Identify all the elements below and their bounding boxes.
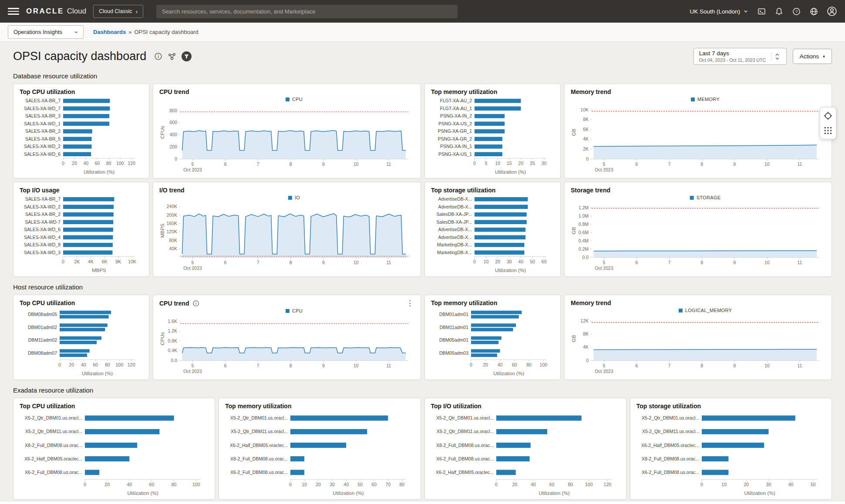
- console-icon[interactable]: [757, 7, 766, 16]
- svg-text:600: 600: [169, 120, 177, 125]
- svg-text:0.2M: 0.2M: [579, 246, 589, 252]
- card-title: Top storage utilization: [636, 403, 701, 410]
- svg-text:X5-2_Qtr_DBM11.us.oracl...: X5-2_Qtr_DBM11.us.oracl...: [436, 429, 493, 434]
- svg-text:SalesDB-XA-JP...: SalesDB-XA-JP...: [436, 212, 472, 217]
- svg-text:40: 40: [81, 362, 86, 367]
- svg-text:CPU: CPU: [292, 308, 303, 313]
- breadcrumb-dashboards-link[interactable]: Dashboards: [93, 29, 126, 35]
- svg-text:Utilization (%): Utilization (%): [495, 268, 526, 273]
- svg-text:Utilization (%): Utilization (%): [495, 169, 526, 175]
- svg-text:11: 11: [387, 363, 391, 368]
- svg-text:0: 0: [700, 482, 703, 487]
- database-row-1: Top CPU utilization 020406080100120Utili…: [13, 84, 832, 178]
- svg-text:SALES-XA-BR_3: SALES-XA-BR_3: [25, 113, 61, 118]
- svg-text:80K: 80K: [169, 238, 177, 243]
- svg-text:0: 0: [470, 362, 472, 367]
- svg-text:Utilization (%): Utilization (%): [493, 371, 524, 376]
- svg-text:6: 6: [635, 260, 638, 265]
- svg-text:0.0: 0.0: [582, 255, 589, 260]
- svg-text:9: 9: [733, 363, 736, 368]
- svg-text:20: 20: [495, 259, 500, 264]
- help-icon[interactable]: ?: [792, 7, 801, 16]
- svg-text:1.6K: 1.6K: [168, 319, 177, 324]
- global-search[interactable]: [156, 5, 458, 18]
- svg-text:MarketingDB-X...: MarketingDB-X...: [437, 250, 472, 255]
- svg-text:10: 10: [353, 363, 359, 368]
- svg-text:4K: 4K: [583, 344, 589, 349]
- compartment-select[interactable]: Operations Insights: [8, 25, 84, 39]
- svg-text:SALES-XA-WD_1: SALES-XA-WD_1: [24, 121, 61, 126]
- card-db-storage-trend: Storage trend STORAGE0.00.2M0.4M0.6M0.8M…: [564, 182, 832, 277]
- svg-text:100: 100: [585, 482, 593, 487]
- exadata-row-1: Top CPU utilization 020406080100Utilizat…: [13, 398, 832, 500]
- user-avatar[interactable]: [827, 6, 837, 17]
- card-exa-top-io: Top I/O utilization 020406080100120Utili…: [424, 398, 626, 500]
- svg-text:GB: GB: [571, 335, 576, 342]
- svg-text:SALES-XA-WD_6: SALES-XA-WD_6: [24, 227, 61, 232]
- svg-text:MBPS: MBPS: [160, 223, 165, 238]
- card-title: Top memory utilization: [431, 299, 497, 306]
- info-icon[interactable]: [154, 52, 162, 60]
- svg-text:SALES-XA-WD-7: SALES-XA-WD-7: [25, 219, 61, 225]
- db-memory-trend-chart: MEMORY02K4K6K8K10KGB567891011Oct 2023: [571, 95, 825, 175]
- time-range-selector[interactable]: Last 7 days Oct 04, 2023 - Oct 11, 2023 …: [694, 48, 787, 65]
- kebab-menu-icon[interactable]: ⋮: [405, 299, 414, 307]
- svg-text:11: 11: [798, 363, 802, 368]
- svg-text:PSNG-XA-IN_1: PSNG-XA-IN_1: [440, 144, 472, 149]
- svg-text:50: 50: [811, 482, 816, 487]
- actions-button[interactable]: Actions ▾: [793, 49, 832, 64]
- page-title: OPSI capacity dashboard: [13, 50, 146, 63]
- card-title: Top CPU utilization: [20, 403, 75, 410]
- svg-text:10: 10: [353, 161, 359, 167]
- search-input[interactable]: [162, 8, 452, 15]
- chevron-down-icon: ▾: [823, 54, 825, 59]
- drag-grid-icon[interactable]: [822, 125, 834, 136]
- db-cpu-trend-chart: CPU0200400600800CPUs567891011Oct 2023: [159, 95, 414, 175]
- region-label: UK South (London): [690, 8, 740, 15]
- svg-text:100: 100: [116, 161, 124, 166]
- svg-text:5: 5: [603, 260, 606, 265]
- svg-text:20: 20: [483, 362, 488, 367]
- language-globe-icon[interactable]: [809, 7, 818, 16]
- card-title: Top I/O utilization: [431, 403, 481, 410]
- card-title: Memory trend: [571, 299, 611, 306]
- filter-icon[interactable]: [182, 51, 192, 61]
- cloud-classic-button[interactable]: Cloud Classic ›: [93, 5, 143, 18]
- svg-text:1.0M: 1.0M: [579, 213, 589, 218]
- svg-text:X5-2_Qtr_DBM11.us.oracl...: X5-2_Qtr_DBM11.us.oracl...: [642, 429, 699, 434]
- hamburger-menu-button[interactable]: [8, 7, 19, 16]
- svg-text:DBM08adm05: DBM08adm05: [28, 312, 57, 317]
- info-icon[interactable]: [192, 300, 199, 307]
- svg-text:9: 9: [322, 260, 325, 265]
- card-db-top-cpu: Top CPU utilization 020406080100120Utili…: [13, 84, 149, 178]
- svg-text:9: 9: [733, 260, 736, 265]
- svg-text:X6-2_Full_DBM08.us.orac...: X6-2_Full_DBM08.us.orac...: [436, 456, 494, 461]
- navigation-target-icon[interactable]: [822, 110, 834, 121]
- svg-text:10K: 10K: [580, 107, 589, 112]
- notifications-bell-icon[interactable]: [774, 7, 784, 16]
- breadcrumb-separator: »: [128, 29, 131, 35]
- region-selector[interactable]: UK South (London): [690, 8, 749, 15]
- svg-text:12K: 12K: [580, 318, 589, 323]
- svg-text:MBPS: MBPS: [92, 268, 106, 273]
- svg-text:40: 40: [531, 482, 536, 487]
- svg-text:60: 60: [549, 482, 554, 487]
- svg-text:DBM01adm01: DBM01adm01: [439, 312, 468, 317]
- svg-text:20: 20: [316, 482, 321, 487]
- exa-top-storage-chart: 01020304050Utilization (%)X5-2_Qtr_DBM01…: [636, 410, 825, 497]
- db-top-cpu-chart: 020406080100120Utilization (%)SALES-XA-B…: [20, 95, 143, 175]
- card-title: Top memory utilization: [431, 88, 497, 95]
- svg-text:5: 5: [192, 363, 194, 368]
- chevron-right-icon: ›: [136, 9, 138, 14]
- svg-text:X5-2_Qtr_DBM01.us.oracl...: X5-2_Qtr_DBM01.us.oracl...: [642, 415, 699, 420]
- svg-text:AdvertiseDB-X...: AdvertiseDB-X...: [438, 227, 472, 232]
- svg-text:40: 40: [498, 362, 503, 367]
- insights-cluster-icon[interactable]: [168, 52, 176, 61]
- svg-text:40: 40: [127, 482, 132, 487]
- svg-text:X8-2_Full_DBM08.us.orac...: X8-2_Full_DBM08.us.orac...: [25, 443, 82, 448]
- svg-text:20: 20: [512, 482, 517, 487]
- svg-text:SALES-XA-WD_2: SALES-XA-WD_2: [24, 204, 61, 209]
- time-range-stepper-icon[interactable]: [771, 52, 780, 61]
- card-title: CPU trend: [159, 88, 189, 95]
- svg-text:X5-2_Qtr_DBM01.us.oracl...: X5-2_Qtr_DBM01.us.oracl...: [230, 415, 288, 420]
